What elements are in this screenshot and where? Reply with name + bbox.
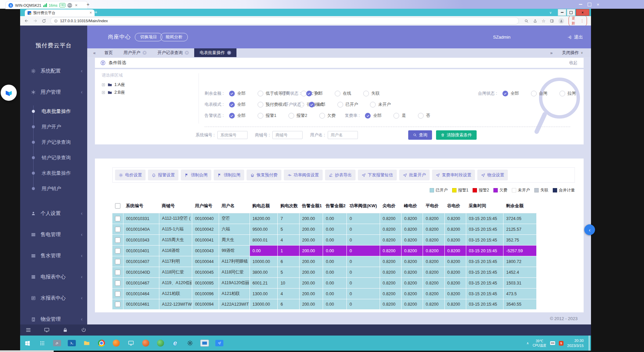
- tab-item[interactable]: 首页: [99, 48, 118, 57]
- sidebar-subitem[interactable]: 用户开户: [20, 119, 87, 134]
- switch-project-button[interactable]: 切换项目: [135, 33, 162, 41]
- radio-option[interactable]: 未开户: [370, 102, 391, 107]
- radio-option[interactable]: 否: [418, 113, 430, 119]
- sidebar-item-1[interactable]: 用户管理‹: [20, 85, 87, 99]
- column-header[interactable]: 平电价: [423, 199, 444, 213]
- share-icon[interactable]: [533, 19, 537, 23]
- table-row[interactable]: 0010010343A115周大生00100041周大生8000.014200.…: [112, 235, 537, 246]
- radio-checked-icon[interactable]: [229, 113, 235, 119]
- row-checkbox[interactable]: [115, 216, 120, 221]
- row-checkbox[interactable]: [115, 259, 120, 264]
- sidebar-item-6[interactable]: 水报表中心‹: [20, 291, 87, 305]
- radio-option[interactable]: 合闸: [531, 91, 547, 96]
- window-maximize-button[interactable]: [588, 3, 591, 6]
- column-header[interactable]: 采集时间: [466, 199, 503, 213]
- profile-avatar[interactable]: [558, 18, 564, 24]
- browser-tab[interactable]: 预付费云平台 ×: [25, 9, 95, 16]
- browser-close-button[interactable]: ×: [576, 9, 589, 16]
- select-all-checkbox[interactable]: [115, 203, 120, 209]
- table-row[interactable]: 0010010407A117利明00100044A117利明眼镜10000.00…: [112, 256, 537, 267]
- column-header[interactable]: 用户编号: [192, 199, 219, 213]
- radio-unchecked-icon[interactable]: [335, 91, 340, 96]
- table-row[interactable]: 001001040AA115-1六福00100042六福9500.005200.…: [112, 224, 537, 235]
- taskbar-chrome-icon[interactable]: [94, 336, 109, 351]
- row-checkbox[interactable]: [115, 227, 120, 232]
- side-panel-icon[interactable]: [550, 19, 554, 23]
- row-checkbox[interactable]: [115, 270, 120, 275]
- radio-unchecked-icon[interactable]: [319, 113, 325, 119]
- column-header[interactable]: 剩余金额: [503, 199, 537, 213]
- radio-checked-icon[interactable]: [229, 91, 235, 96]
- close-tab-icon[interactable]: ×: [227, 51, 231, 55]
- remote-session-tab[interactable]: WIN-OQMSK21... 16ms HD RU ×: [5, 1, 88, 9]
- chevron-down-icon[interactable]: ∨: [549, 11, 552, 14]
- toolbar-button-物业设置[interactable]: 物业设置: [477, 170, 508, 180]
- sidebar-subitem[interactable]: 水表批量操作: [20, 165, 87, 181]
- taskbar-firefox-icon[interactable]: [109, 336, 123, 351]
- 用户名-input[interactable]: [328, 131, 358, 139]
- new-session-button[interactable]: +: [87, 1, 90, 7]
- taskbar-powershell-icon[interactable]: [64, 336, 79, 351]
- row-checkbox[interactable]: [115, 280, 120, 286]
- browser-minimize-button[interactable]: [558, 9, 566, 16]
- radio-unchecked-icon[interactable]: [559, 91, 565, 96]
- expand-icon[interactable]: [102, 91, 105, 94]
- row-checkbox[interactable]: [115, 248, 120, 254]
- tabs-scroll-right-icon[interactable]: »: [550, 50, 552, 55]
- radio-option[interactable]: 全部: [229, 91, 246, 96]
- 商铺号-input[interactable]: [272, 131, 303, 139]
- address-bar[interactable]: 127.0.0.1:10315/Main/Index: [50, 17, 519, 25]
- radio-unchecked-icon[interactable]: [418, 113, 424, 119]
- sidebar-item-5[interactable]: 电报表中心‹: [20, 270, 87, 283]
- toolbar-button-报警设置[interactable]: 报警设置: [148, 170, 178, 180]
- taskbar-todesk-icon[interactable]: [212, 336, 227, 351]
- tree-node[interactable]: 2:B座: [102, 89, 192, 96]
- table-row[interactable]: 0010010401A116酒馆0010004399酒馆0.001200.000…: [112, 246, 537, 256]
- tray-expand-icon[interactable]: ∧: [527, 341, 529, 345]
- radio-option[interactable]: 全部: [229, 102, 246, 107]
- power-icon[interactable]: [81, 327, 87, 333]
- radio-option[interactable]: 全部: [309, 102, 325, 107]
- monitor-icon[interactable]: [44, 327, 50, 333]
- column-header[interactable]: 峰电价: [401, 199, 423, 213]
- radio-option[interactable]: 全部: [502, 91, 519, 96]
- sidebar-item-3[interactable]: 售电管理‹: [20, 228, 87, 241]
- expand-icon[interactable]: [102, 83, 105, 87]
- radio-option[interactable]: 拉闸: [559, 91, 576, 96]
- input-method-icon[interactable]: [550, 341, 555, 345]
- column-header[interactable]: 购电总额: [250, 199, 278, 213]
- radio-option[interactable]: 预付费模式: [258, 102, 287, 107]
- taskbar-clock[interactable]: 20:30 2023/3/15: [567, 338, 584, 348]
- taskbar-task-view-icon[interactable]: [35, 336, 50, 351]
- column-header[interactable]: 告警金额2: [323, 199, 347, 213]
- column-header[interactable]: 尖电价: [380, 199, 401, 213]
- clear-search-button[interactable]: 清除搜索条件: [436, 130, 477, 140]
- tab-item[interactable]: 用户开户×: [118, 48, 152, 57]
- toolbar-button-下发报警短信[interactable]: 下发报警短信: [358, 170, 397, 180]
- row-checkbox[interactable]: [115, 237, 120, 243]
- toolbar-button-强制拉闸[interactable]: 强制拉闸: [214, 170, 244, 180]
- radio-option[interactable]: 报警1: [258, 113, 276, 119]
- query-button[interactable]: 查询: [408, 130, 432, 140]
- radio-unchecked-icon[interactable]: [258, 113, 263, 119]
- column-header[interactable]: 告警金额1: [299, 199, 323, 213]
- radio-option[interactable]: 全部: [306, 91, 323, 96]
- radio-option[interactable]: 全部: [365, 113, 381, 119]
- lock-icon[interactable]: [62, 327, 68, 333]
- radio-option[interactable]: 欠费: [319, 113, 336, 119]
- logout-button[interactable]: 退出: [567, 34, 583, 40]
- radio-option[interactable]: 失联: [363, 91, 380, 96]
- radio-checked-icon[interactable]: [309, 102, 315, 107]
- column-header[interactable]: 谷电价: [444, 199, 466, 213]
- radio-unchecked-icon[interactable]: [363, 91, 369, 96]
- toolbar-button-复费率时段设置[interactable]: 复费率时段设置: [432, 170, 475, 180]
- taskbar-app-orange-icon[interactable]: [138, 336, 153, 351]
- radio-checked-icon[interactable]: [306, 91, 312, 96]
- taskbar-server-manager-icon[interactable]: [50, 336, 64, 351]
- radio-unchecked-icon[interactable]: [258, 102, 263, 107]
- back-icon[interactable]: [24, 18, 29, 23]
- sidebar-subitem[interactable]: 销户记录查询: [20, 150, 87, 165]
- toolbar-button-功率阀值设置[interactable]: 功率阀值设置: [284, 170, 323, 180]
- radio-unchecked-icon[interactable]: [393, 113, 399, 119]
- radio-option[interactable]: 在线: [335, 91, 351, 96]
